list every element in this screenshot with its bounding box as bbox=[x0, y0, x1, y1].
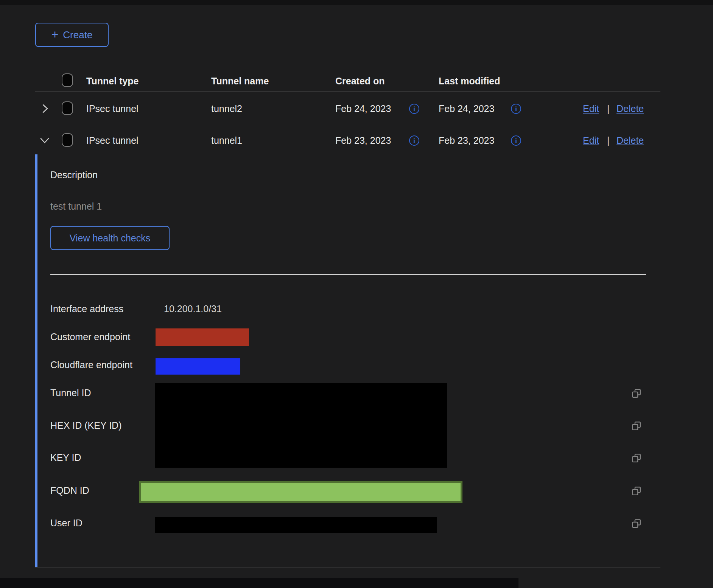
expanded-row-accent-bar bbox=[35, 154, 37, 567]
info-icon[interactable]: i bbox=[409, 135, 419, 146]
copy-icon[interactable] bbox=[631, 421, 642, 431]
fqdn-id-label: FQDN ID bbox=[50, 484, 89, 496]
copy-icon[interactable] bbox=[631, 388, 642, 399]
action-separator: | bbox=[607, 103, 610, 115]
info-icon[interactable]: i bbox=[511, 135, 521, 146]
action-separator: | bbox=[607, 134, 610, 146]
edit-link[interactable]: Edit bbox=[583, 103, 599, 115]
customer-endpoint-label: Customer endpoint bbox=[50, 331, 130, 343]
cloudflare-endpoint-label: Cloudflare endpoint bbox=[50, 359, 132, 371]
user-id-label: User ID bbox=[50, 517, 83, 529]
header-tunnel-name: Tunnel name bbox=[211, 75, 269, 87]
cell-last-modified: Feb 24, 2023 bbox=[439, 103, 494, 115]
copy-icon[interactable] bbox=[631, 453, 642, 464]
key-id-label: KEY ID bbox=[50, 451, 81, 464]
user-id-redaction bbox=[155, 517, 437, 533]
interface-address-value: 10.200.1.0/31 bbox=[164, 303, 222, 315]
plus-icon: + bbox=[51, 28, 59, 40]
header-tunnel-type: Tunnel type bbox=[86, 75, 139, 87]
bottom-capture-band bbox=[0, 578, 518, 588]
header-last-modified: Last modified bbox=[439, 75, 500, 87]
info-icon[interactable]: i bbox=[511, 104, 521, 114]
create-button-label: Create bbox=[63, 29, 92, 41]
select-all-checkbox[interactable] bbox=[62, 73, 73, 87]
view-health-checks-button[interactable]: View health checks bbox=[50, 226, 170, 250]
cell-tunnel-name: tunnel2 bbox=[211, 103, 242, 115]
cell-last-modified: Feb 23, 2023 bbox=[439, 134, 494, 146]
cell-created-on: Feb 23, 2023 bbox=[335, 134, 391, 146]
section-divider bbox=[50, 274, 646, 275]
chevron-down-icon[interactable] bbox=[39, 136, 50, 145]
cloudflare-endpoint-redaction bbox=[156, 358, 240, 375]
row-checkbox[interactable] bbox=[62, 133, 73, 147]
row-divider bbox=[35, 122, 660, 122]
header-created-on: Created on bbox=[335, 75, 385, 87]
chevron-right-icon[interactable] bbox=[41, 103, 49, 114]
cell-tunnel-type: IPsec tunnel bbox=[86, 134, 139, 146]
create-button[interactable]: + Create bbox=[35, 23, 109, 47]
interface-address-label: Interface address bbox=[50, 303, 123, 315]
expanded-row-bottom-divider bbox=[35, 567, 660, 568]
ids-redaction-block bbox=[155, 383, 447, 468]
delete-link[interactable]: Delete bbox=[616, 103, 644, 115]
description-label: Description bbox=[50, 169, 98, 181]
tunnel-id-label: Tunnel ID bbox=[50, 387, 91, 399]
cell-created-on: Feb 24, 2023 bbox=[335, 103, 391, 115]
header-divider bbox=[35, 91, 660, 92]
description-value: test tunnel 1 bbox=[50, 200, 102, 212]
customer-endpoint-redaction bbox=[156, 328, 249, 346]
hex-id-label: HEX ID (KEY ID) bbox=[50, 419, 121, 431]
row-checkbox[interactable] bbox=[62, 101, 73, 115]
copy-icon[interactable] bbox=[631, 486, 642, 496]
cell-tunnel-type: IPsec tunnel bbox=[86, 103, 139, 115]
top-capture-band bbox=[0, 0, 713, 5]
copy-icon[interactable] bbox=[631, 518, 642, 529]
cell-tunnel-name: tunnel1 bbox=[211, 134, 242, 146]
info-icon[interactable]: i bbox=[409, 104, 419, 114]
delete-link[interactable]: Delete bbox=[616, 134, 644, 146]
edit-link[interactable]: Edit bbox=[583, 134, 599, 146]
fqdn-id-redaction bbox=[139, 481, 462, 503]
tunnels-page: + Create Tunnel type Tunnel name Created… bbox=[0, 0, 713, 588]
view-health-checks-label: View health checks bbox=[70, 233, 151, 244]
